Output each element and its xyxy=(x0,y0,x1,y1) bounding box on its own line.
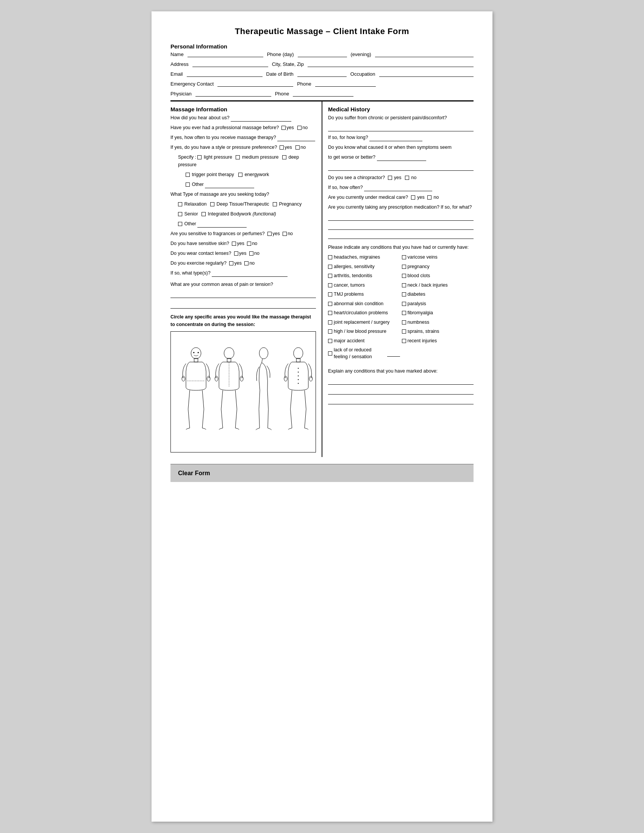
lens-no-checkbox[interactable] xyxy=(249,251,253,256)
explain-label: Explain any conditions that you have mar… xyxy=(328,367,473,375)
diabetes-checkbox[interactable] xyxy=(402,292,406,296)
row-name: Name Phone (day) (evening) xyxy=(171,50,473,57)
pain-areas-input1[interactable] xyxy=(171,290,316,298)
how-often-input[interactable] xyxy=(277,135,315,141)
explain-input1[interactable] xyxy=(328,377,473,385)
occupation-input[interactable] xyxy=(379,70,473,77)
frag-yes-checkbox[interactable] xyxy=(267,232,272,236)
med-care-yes-checkbox[interactable] xyxy=(411,195,415,199)
fibromyalgia-checkbox[interactable] xyxy=(402,311,406,315)
other2-input[interactable] xyxy=(197,222,246,228)
skin-condition-checkbox[interactable] xyxy=(328,302,332,306)
allergies-checkbox[interactable] xyxy=(328,265,332,269)
deep-tissue-checkbox[interactable] xyxy=(210,202,214,206)
explain-input3[interactable] xyxy=(328,397,473,404)
svg-point-5 xyxy=(198,352,199,353)
relaxation-checkbox[interactable] xyxy=(178,202,182,206)
body-diagram[interactable] xyxy=(171,331,316,452)
neck-back-checkbox[interactable] xyxy=(402,283,406,287)
senior-checkbox[interactable] xyxy=(178,212,182,216)
tmj-checkbox[interactable] xyxy=(328,292,332,296)
clear-form-button[interactable]: Clear Form xyxy=(178,470,210,477)
recent-injuries-checkbox[interactable] xyxy=(402,339,406,343)
type-options-line1: Relaxation Deep Tissue/Therapeutic Pregn… xyxy=(178,200,316,208)
cancer-checkbox[interactable] xyxy=(328,283,332,287)
blood-clots-checkbox[interactable] xyxy=(402,274,406,278)
prescription-input3[interactable] xyxy=(328,232,473,239)
pregnancy2-checkbox[interactable] xyxy=(402,265,406,269)
condition-sprains: sprains, strains xyxy=(402,328,474,335)
dob-input[interactable] xyxy=(297,70,347,77)
ex-no-checkbox[interactable] xyxy=(244,261,248,265)
other2-checkbox[interactable] xyxy=(178,222,182,226)
name-input[interactable] xyxy=(188,50,263,57)
integrated-checkbox[interactable] xyxy=(201,212,206,216)
emergency-input[interactable] xyxy=(217,80,293,87)
phone-day-input[interactable] xyxy=(298,50,347,57)
chiro-yes-checkbox[interactable] xyxy=(388,176,392,180)
style-yes-checkbox[interactable] xyxy=(280,145,284,150)
ex-yes-checkbox[interactable] xyxy=(229,261,233,265)
sensation-checkbox[interactable] xyxy=(328,351,332,355)
explain-input2[interactable] xyxy=(328,387,473,394)
light-pressure-checkbox[interactable] xyxy=(197,155,201,159)
chronic-pain-line: Do you suffer from chronic or persistent… xyxy=(328,114,473,122)
joint-checkbox[interactable] xyxy=(328,320,332,325)
trigger-checkbox[interactable] xyxy=(186,173,190,177)
physician-phone-input[interactable] xyxy=(293,90,353,96)
other1-input[interactable] xyxy=(205,182,254,188)
pregnancy-checkbox[interactable] xyxy=(273,202,277,206)
chiro-no-checkbox[interactable] xyxy=(405,176,409,180)
exercise-types-input[interactable] xyxy=(212,271,288,277)
arthritis-checkbox[interactable] xyxy=(328,274,332,278)
med-care-no-checkbox[interactable] xyxy=(427,195,431,199)
chronic-pain-input1[interactable] xyxy=(328,124,473,131)
svg-point-12 xyxy=(259,347,268,359)
evening-input[interactable] xyxy=(375,50,473,57)
svg-point-4 xyxy=(193,352,194,353)
email-input[interactable] xyxy=(187,70,262,77)
accident-checkbox[interactable] xyxy=(328,339,332,343)
sensation-input[interactable] xyxy=(387,351,400,357)
numbness-checkbox[interactable] xyxy=(402,320,406,325)
frag-no-checkbox[interactable] xyxy=(283,232,287,236)
caused-by-input[interactable] xyxy=(328,163,473,171)
paralysis-checkbox[interactable] xyxy=(402,302,406,306)
svg-point-9 xyxy=(215,376,218,381)
emergency-phone-input[interactable] xyxy=(315,80,376,87)
physician-input[interactable] xyxy=(195,90,271,96)
condition-blood-clots: blood clots xyxy=(402,273,474,280)
how-long-input[interactable] xyxy=(369,135,422,141)
chiro-often-input[interactable] xyxy=(364,185,432,191)
no-checkbox[interactable] xyxy=(297,126,301,130)
prescription-input1[interactable] xyxy=(328,213,473,221)
pain-areas-input2[interactable] xyxy=(171,301,316,309)
type-seeking-line: What Type of massage are you seeking tod… xyxy=(171,190,316,198)
yes-checkbox[interactable] xyxy=(282,126,286,130)
skin-no-checkbox[interactable] xyxy=(247,241,251,246)
occupation-label: Occupation xyxy=(350,71,375,77)
bp-checkbox[interactable] xyxy=(328,330,332,334)
professional-line: Have you ever had a professional massage… xyxy=(171,124,316,131)
skin-yes-checkbox[interactable] xyxy=(232,241,236,246)
other1-checkbox[interactable] xyxy=(186,182,190,187)
style-no-checkbox[interactable] xyxy=(295,145,299,150)
address-input[interactable] xyxy=(192,60,268,67)
varicose-checkbox[interactable] xyxy=(402,255,406,259)
phone-day-label: Phone (day) xyxy=(267,51,294,57)
heart-checkbox[interactable] xyxy=(328,311,332,315)
prescription-input2[interactable] xyxy=(328,222,473,230)
medium-pressure-checkbox[interactable] xyxy=(236,155,240,159)
pain-areas-line: What are your common areas of pain or te… xyxy=(171,281,316,288)
personal-info-section: Personal Information Name Phone (day) (e… xyxy=(171,43,473,96)
energywork-checkbox[interactable] xyxy=(238,173,242,177)
sprains-checkbox[interactable] xyxy=(402,330,406,334)
svg-point-20 xyxy=(298,379,298,380)
worse-better-input[interactable] xyxy=(377,155,426,161)
hear-input[interactable] xyxy=(231,116,291,122)
deep-pressure-checkbox[interactable] xyxy=(282,155,287,159)
svg-point-15 xyxy=(284,376,287,381)
city-state-zip-input[interactable] xyxy=(308,60,473,67)
headaches-checkbox[interactable] xyxy=(328,255,332,259)
lens-yes-checkbox[interactable] xyxy=(234,251,238,256)
